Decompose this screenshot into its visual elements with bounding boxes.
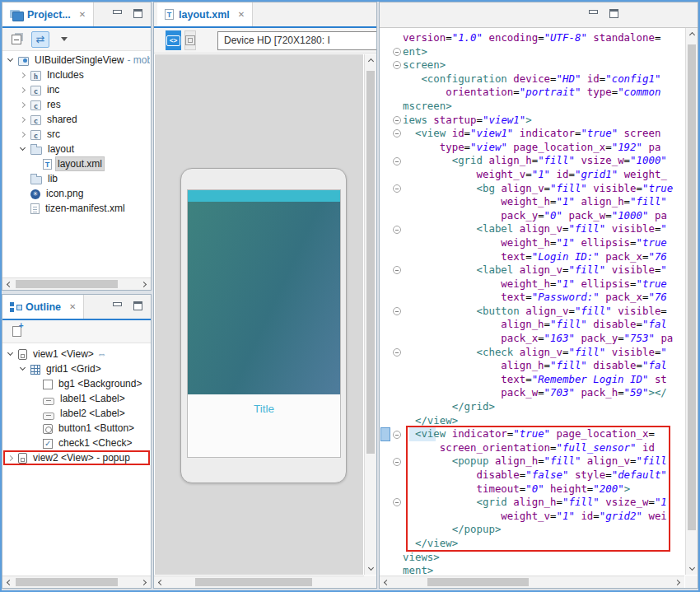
maximize-icon[interactable] — [608, 8, 620, 19]
fold-collapse-icon[interactable] — [393, 498, 401, 506]
scroll-left-icon[interactable] — [2, 576, 15, 589]
code-line[interactable]: <label align_v="fill" visible=" — [380, 222, 684, 236]
code-line[interactable]: <grid align_h="fill" vsize_w="1000" — [380, 154, 684, 168]
code-line[interactable]: views> — [380, 551, 684, 565]
scrollbar-thumb[interactable] — [16, 578, 118, 586]
tree-item[interactable]: inc — [3, 82, 150, 97]
fold-collapse-icon[interactable] — [393, 458, 401, 466]
code-line[interactable]: </popup> — [380, 523, 684, 537]
code-line[interactable]: disable="false" style="default" — [380, 468, 684, 482]
chevron-down-icon[interactable] — [7, 350, 16, 359]
tree-item[interactable]: bg1 <Background> — [3, 376, 150, 391]
design-canvas[interactable]: Title — [155, 54, 363, 575]
design-view-toggle[interactable] — [166, 30, 181, 50]
scrollbar-thumb[interactable] — [195, 578, 312, 586]
code-line[interactable]: pack_x="163" pack_y="753" pa — [380, 332, 684, 346]
fold-collapse-icon[interactable] — [393, 307, 401, 315]
scroll-left-icon[interactable] — [154, 576, 166, 589]
code-line[interactable]: <label align_v="fill" visible=" — [380, 263, 684, 277]
code-line[interactable]: timeout="0" height="200"> — [380, 482, 684, 496]
code-line[interactable]: <configuration device="HD" id="config1" — [380, 72, 684, 86]
code-line[interactable]: screen_orientation="full_sensor" id — [380, 441, 684, 455]
chevron-right-icon[interactable] — [7, 454, 16, 463]
code-line[interactable]: weight_h="1" ellipsis="true — [380, 277, 684, 291]
fold-collapse-icon[interactable] — [393, 116, 401, 124]
code-line[interactable]: text="Login ID:" pack_x="76 — [380, 250, 684, 264]
tree-item[interactable]: src — [3, 127, 150, 142]
tree-item[interactable]: icon.png — [3, 186, 150, 201]
fold-collapse-icon[interactable] — [393, 48, 401, 56]
link-with-editor-button[interactable]: ⇄ — [31, 31, 49, 48]
code-line[interactable]: ment> — [380, 564, 684, 575]
scroll-right-icon[interactable] — [138, 278, 151, 291]
tree-item[interactable]: layout — [3, 142, 150, 156]
scroll-up-icon[interactable] — [365, 54, 377, 67]
fold-collapse-icon[interactable] — [393, 61, 401, 69]
phone-screen[interactable]: Title — [187, 189, 341, 458]
tree-item[interactable]: Includes — [3, 68, 150, 82]
fold-collapse-icon[interactable] — [393, 226, 401, 234]
code-line[interactable]: align_h="fill" disable="fal — [380, 318, 684, 332]
chevron-down-icon[interactable] — [19, 365, 28, 374]
tab-layout-xml[interactable]: layout.xml ✕ — [157, 2, 253, 26]
preview-background-image[interactable] — [188, 202, 340, 394]
scroll-left-icon[interactable] — [2, 278, 15, 291]
code-line[interactable]: text="Remember Login ID" st — [380, 373, 684, 387]
tree-item[interactable]: grid1 <Grid> — [3, 361, 150, 376]
device-selector[interactable]: Device HD [720X1280: I — [217, 31, 376, 50]
code-line[interactable]: <popup align_h="fill" align_v="fill — [380, 454, 684, 468]
code-line[interactable]: <check align_v="fill" visible=" — [380, 346, 684, 360]
fold-collapse-icon[interactable] — [393, 184, 401, 193]
close-icon[interactable]: ✕ — [238, 10, 245, 19]
chevron-right-icon[interactable] — [19, 130, 28, 139]
code-line[interactable]: type="view" page_location_x="192" pa — [380, 141, 684, 155]
code-line[interactable]: version="1.0" encoding="UTF-8" standalon… — [380, 31, 684, 45]
xml-source-editor[interactable]: version="1.0" encoding="UTF-8" standalon… — [380, 28, 684, 575]
tree-item[interactable]: view2 <View> - popup — [3, 450, 150, 465]
code-line[interactable]: <grid align_h="fill" vsize_w="1 — [380, 496, 684, 510]
code-line[interactable]: align_h="fill" disable="fal — [380, 359, 684, 373]
code-line[interactable]: mscreen> — [380, 100, 684, 114]
fold-collapse-icon[interactable] — [393, 129, 401, 138]
close-icon[interactable]: ✕ — [69, 302, 76, 311]
code-line[interactable]: ent> — [380, 45, 684, 59]
code-line[interactable]: weight_v="1" id="grid2" wei — [380, 510, 684, 524]
view-menu-button[interactable] — [55, 31, 73, 48]
source-hscrollbar[interactable] — [380, 576, 684, 588]
tree-item[interactable]: lib — [3, 171, 150, 186]
code-line[interactable]: iews startup="view1"> — [380, 114, 684, 128]
canvas-hscrollbar[interactable] — [154, 576, 376, 588]
collapse-all-button[interactable] — [7, 31, 26, 48]
code-line[interactable]: screen> — [380, 58, 684, 72]
maximize-icon[interactable] — [132, 301, 144, 311]
tree-item[interactable]: res — [3, 97, 150, 112]
tree-item[interactable]: button1 <Button> — [3, 421, 150, 436]
chevron-right-icon[interactable] — [19, 86, 28, 95]
code-line[interactable]: <bg align_v="fill" visible="true — [380, 182, 684, 196]
scrollbar-thumb[interactable] — [427, 578, 529, 586]
code-line[interactable]: </view> — [380, 537, 684, 551]
fold-collapse-icon[interactable] — [393, 266, 401, 274]
scroll-down-icon[interactable] — [365, 562, 377, 575]
code-line[interactable]: <view indicator="true" page_location_x= — [380, 427, 684, 441]
scroll-up-icon[interactable] — [686, 28, 698, 40]
scroll-down-icon[interactable] — [686, 562, 698, 575]
chevron-right-icon[interactable] — [19, 100, 28, 110]
tree-item[interactable]: view1 <View> ⇔ — [3, 347, 150, 361]
code-line[interactable]: <view id="view1" indicator="true" screen — [380, 127, 684, 141]
preview-toggle[interactable] — [184, 30, 196, 50]
close-icon[interactable]: ✕ — [79, 10, 86, 19]
chevron-down-icon[interactable] — [7, 56, 16, 65]
fold-collapse-icon[interactable] — [393, 431, 401, 439]
tree-item[interactable]: label2 <Label> — [3, 406, 150, 421]
outline-hscrollbar[interactable] — [2, 576, 151, 588]
minimize-icon[interactable] — [587, 8, 600, 19]
code-line[interactable]: weight_v="1" id="grid1" weight_ — [380, 168, 684, 182]
code-line[interactable]: orientation="portrait" type="common — [380, 86, 684, 100]
scrollbar-thumb[interactable] — [366, 71, 375, 454]
code-line[interactable]: <button align_v="fill" visible= — [380, 305, 684, 319]
chevron-right-icon[interactable] — [19, 71, 28, 80]
fold-collapse-icon[interactable] — [393, 157, 401, 165]
minimize-icon[interactable] — [111, 8, 124, 19]
scroll-right-icon[interactable] — [672, 576, 684, 589]
